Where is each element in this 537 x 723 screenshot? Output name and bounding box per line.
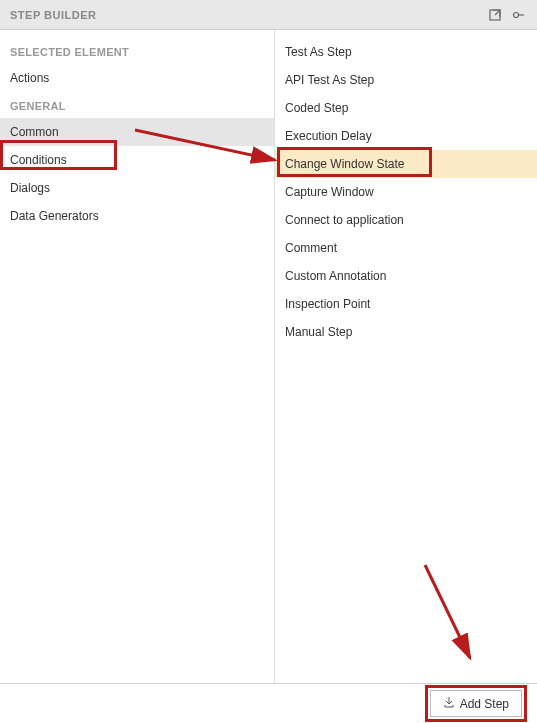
header-icon-group xyxy=(487,7,527,23)
annotation-highlight-add-step: Add Step xyxy=(425,685,527,722)
section-general: GENERAL xyxy=(0,92,274,118)
sidebar-item-actions[interactable]: Actions xyxy=(0,64,274,92)
right-panel: Test As Step API Test As Step Coded Step… xyxy=(275,30,537,683)
step-item-execution-delay[interactable]: Execution Delay xyxy=(275,122,537,150)
step-item-custom-annotation[interactable]: Custom Annotation xyxy=(275,262,537,290)
step-item-connect-to-application[interactable]: Connect to application xyxy=(275,206,537,234)
sidebar-item-common[interactable]: Common xyxy=(0,118,274,146)
step-item-capture-window[interactable]: Capture Window xyxy=(275,178,537,206)
add-step-label: Add Step xyxy=(460,697,509,711)
add-step-button[interactable]: Add Step xyxy=(430,690,522,717)
panel-header: STEP BUILDER xyxy=(0,0,537,30)
step-item-change-window-state[interactable]: Change Window State xyxy=(275,150,537,178)
step-item-test-as-step[interactable]: Test As Step xyxy=(275,38,537,66)
section-selected-element: SELECTED ELEMENT xyxy=(0,38,274,64)
add-step-icon xyxy=(443,696,455,711)
panel-title: STEP BUILDER xyxy=(10,9,487,21)
main-content: SELECTED ELEMENT Actions GENERAL Common … xyxy=(0,30,537,683)
popout-icon[interactable] xyxy=(487,7,503,23)
step-item-inspection-point[interactable]: Inspection Point xyxy=(275,290,537,318)
footer-bar: Add Step xyxy=(0,683,537,723)
pin-icon[interactable] xyxy=(511,7,527,23)
left-panel: SELECTED ELEMENT Actions GENERAL Common … xyxy=(0,30,275,683)
sidebar-item-conditions[interactable]: Conditions xyxy=(0,146,274,174)
step-item-comment[interactable]: Comment xyxy=(275,234,537,262)
svg-point-1 xyxy=(514,12,519,17)
sidebar-item-data-generators[interactable]: Data Generators xyxy=(0,202,274,230)
step-item-coded-step[interactable]: Coded Step xyxy=(275,94,537,122)
step-item-manual-step[interactable]: Manual Step xyxy=(275,318,537,346)
sidebar-item-dialogs[interactable]: Dialogs xyxy=(0,174,274,202)
step-item-api-test-as-step[interactable]: API Test As Step xyxy=(275,66,537,94)
